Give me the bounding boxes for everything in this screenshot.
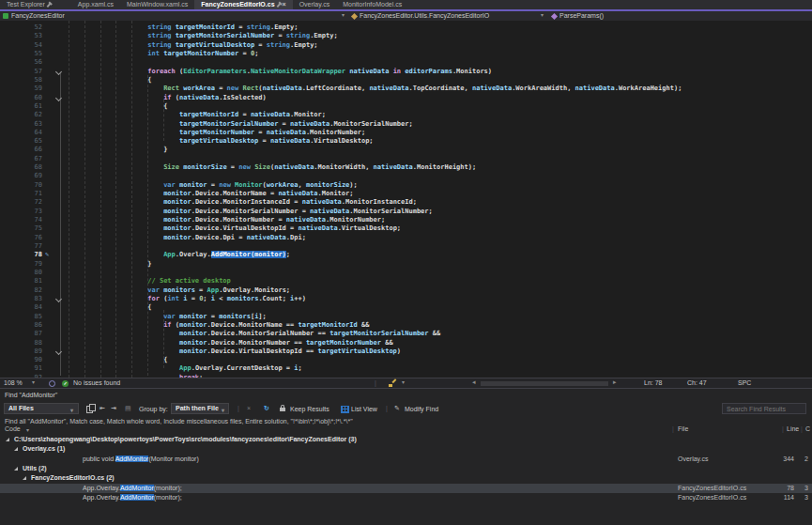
code-line-66[interactable]: 66} (0, 146, 812, 154)
code-line-89[interactable]: 89monitor.Device.VirtualDesktopId == tar… (0, 347, 812, 356)
line-number[interactable]: 90 (0, 356, 42, 364)
line-number[interactable]: 71 (0, 190, 42, 198)
code-line-82[interactable]: 82var monitors = App.Overlay.Monitors; (0, 286, 812, 295)
expander-icon[interactable] (14, 467, 18, 471)
line-number[interactable]: 73 (0, 208, 42, 216)
clear-results-icon[interactable]: ▤ (125, 405, 131, 412)
result-match-row[interactable]: public void AddMonitor(Monitor monitor)O… (0, 455, 812, 464)
fold-collapse-icon[interactable] (55, 69, 62, 75)
tab-app-xaml-cs[interactable]: App.xaml.cs (71, 0, 120, 9)
code-line-75[interactable]: 75monitor.Device.VirtualDesktopId = nati… (0, 224, 812, 233)
line-number[interactable]: 75 (0, 224, 42, 233)
line-number[interactable]: 55 (0, 50, 42, 58)
result-group-row[interactable]: Overlay.cs (1) (0, 444, 812, 454)
code-line-72[interactable]: 72monitor.Device.MonitorInstanceId = nat… (0, 198, 812, 207)
result-group-row[interactable]: FancyZonesEditorIO.cs (2) (0, 473, 812, 483)
code-line-67[interactable]: 67 (0, 155, 812, 163)
lock-icon[interactable] (280, 408, 285, 411)
list-view-icon[interactable] (341, 406, 349, 413)
code-line-91[interactable]: 91App.Overlay.CurrentDesktop = i; (0, 364, 812, 373)
line-number[interactable]: 79 (0, 260, 42, 269)
modify-find-icon[interactable]: ✎ (394, 405, 400, 412)
line-number[interactable]: 91 (0, 364, 42, 373)
member-dropdown[interactable]: ParseParams() (559, 12, 604, 19)
tab-overlay-cs[interactable]: Overlay.cs (293, 0, 337, 9)
find-scope-dropdown[interactable]: All Files ▾ (4, 403, 79, 414)
code-line-85[interactable]: 85var monitor = monitors[i]; (0, 313, 812, 321)
code-line-53[interactable]: 53string targetMonitorSerialNumber = str… (0, 32, 812, 40)
line-number[interactable]: 62 (0, 111, 42, 119)
line-number[interactable]: 57 (0, 68, 42, 76)
line-number[interactable]: 53 (0, 32, 42, 40)
column-header-line[interactable]: Line (787, 425, 799, 432)
code-line-73[interactable]: 73monitor.Device.MonitorSerialNumber = n… (0, 208, 812, 216)
chevron-down-icon[interactable]: ▾ (342, 11, 345, 18)
result-group-row[interactable]: C:\Users\zhaopengwang\Desktop\powertoys\… (0, 435, 812, 444)
code-line-87[interactable]: 87monitor.Device.MonitorSerialNumber == … (0, 330, 812, 338)
modify-find-button[interactable]: Modify Find (405, 406, 438, 412)
indicator-icon[interactable] (49, 380, 55, 387)
line-number[interactable]: 72 (0, 198, 42, 207)
keep-results-button[interactable]: Keep Results (290, 406, 329, 412)
line-number[interactable]: 68 (0, 163, 42, 172)
chevron-down-icon[interactable]: ▾ (26, 426, 29, 433)
code-line-68[interactable]: 68Size monitorSize = new Size(nativeData… (0, 163, 812, 172)
pin-icon[interactable] (46, 2, 51, 7)
line-number[interactable]: 70 (0, 181, 42, 190)
pin-icon[interactable] (276, 2, 281, 7)
code-line-56[interactable]: 56 (0, 58, 812, 67)
line-number[interactable]: 59 (0, 85, 42, 93)
result-group-row[interactable]: Utils (2) (0, 464, 812, 473)
code-line-57[interactable]: 57foreach (EditorParameters.NativeMonito… (0, 68, 812, 76)
line-number[interactable]: 87 (0, 330, 42, 338)
line-number[interactable]: 56 (0, 58, 42, 67)
code-line-61[interactable]: 61{ (0, 102, 812, 111)
list-view-button[interactable]: List View (351, 406, 377, 412)
line-number[interactable]: 54 (0, 41, 42, 50)
code-line-81[interactable]: 81// Set active desktop (0, 277, 812, 286)
line-number[interactable]: 78 (0, 251, 42, 259)
code-line-86[interactable]: 86if (monitor.Device.MonitorName == targ… (0, 321, 812, 330)
copy-icon[interactable] (86, 406, 93, 413)
line-number[interactable]: 58 (0, 76, 42, 85)
code-line-62[interactable]: 62targetMonitorId = nativeData.Monitor; (0, 111, 812, 119)
next-location-icon[interactable]: ⇥ (111, 405, 116, 412)
column-header-col[interactable]: C (805, 425, 810, 432)
code-line-79[interactable]: 79} (0, 260, 812, 269)
line-number[interactable]: 64 (0, 129, 42, 137)
chevron-down-icon[interactable]: ▾ (541, 11, 544, 18)
line-number[interactable]: 80 (0, 269, 42, 277)
code-line-74[interactable]: 74monitor.Device.MonitorNumber = nativeD… (0, 216, 812, 224)
zoom-level-dropdown[interactable]: 108 % (4, 379, 23, 386)
stop-search-icon[interactable]: × (247, 405, 251, 411)
tab-test-explorer[interactable]: Test Explorer (0, 0, 56, 9)
search-find-results-input[interactable] (722, 403, 806, 414)
code-line-54[interactable]: 54string targetVirtualDesktop = string.E… (0, 41, 812, 50)
type-dropdown[interactable]: FancyZonesEditor.Utils.FancyZonesEditorI… (360, 12, 489, 19)
line-number[interactable]: 63 (0, 120, 42, 129)
line-number[interactable]: 61 (0, 102, 42, 111)
code-line-77[interactable]: 77 (0, 242, 812, 251)
code-editor[interactable]: 52string targetMonitorId = string.Empty;… (0, 21, 812, 378)
line-number[interactable]: 88 (0, 339, 42, 347)
tab-mainwindow-xaml-cs[interactable]: MainWindow.xaml.cs (120, 0, 194, 9)
line-number[interactable]: 52 (0, 23, 42, 32)
line-number[interactable]: 76 (0, 234, 42, 242)
close-icon[interactable]: × (283, 0, 286, 9)
line-number[interactable]: 89 (0, 347, 42, 356)
previous-location-icon[interactable]: ⇤ (100, 405, 105, 412)
scroll-left-icon[interactable]: ◂ (472, 378, 476, 386)
code-line-76[interactable]: 76monitor.Device.Dpi = nativeData.Dpi; (0, 234, 812, 242)
chevron-down-icon[interactable]: ▾ (402, 378, 405, 385)
expander-icon[interactable] (23, 476, 26, 480)
code-line-84[interactable]: 84{ (0, 303, 812, 312)
code-line-59[interactable]: 59Rect workArea = new Rect(nativeData.Le… (0, 85, 812, 93)
health-check-icon[interactable]: ✓ (62, 380, 69, 387)
code-line-58[interactable]: 58{ (0, 76, 812, 85)
line-number[interactable]: 81 (0, 277, 42, 286)
code-line-64[interactable]: 64targetMonitorNumber = nativeData.Monit… (0, 129, 812, 137)
code-line-60[interactable]: 60if (nativeData.IsSelected) (0, 94, 812, 102)
line-number[interactable]: 74 (0, 216, 42, 224)
code-line-55[interactable]: 55int targetMonitorNumber = 0; (0, 50, 812, 58)
project-dropdown[interactable]: FancyZonesEditor (11, 12, 65, 19)
